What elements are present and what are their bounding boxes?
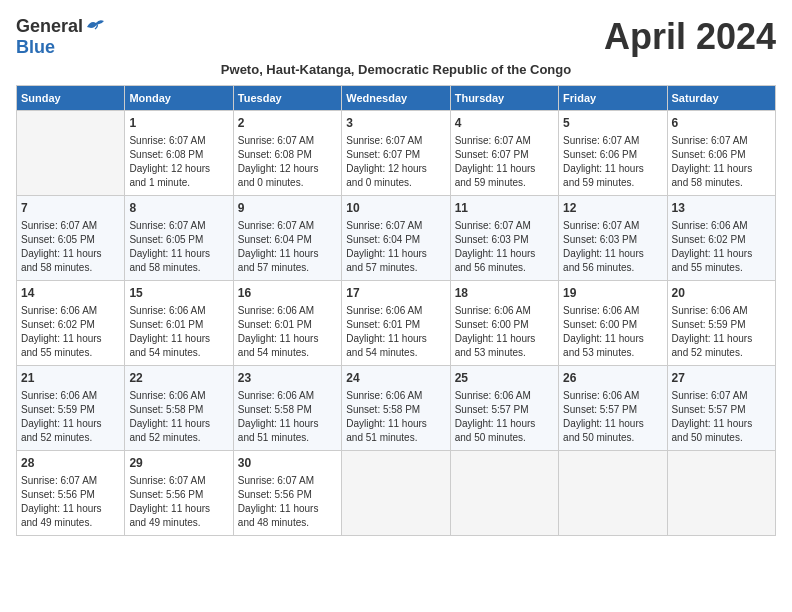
- sunrise-text: Sunrise: 6:07 AM: [129, 134, 228, 148]
- calendar-table: Sunday Monday Tuesday Wednesday Thursday…: [16, 85, 776, 536]
- sunrise-text: Sunrise: 6:07 AM: [129, 474, 228, 488]
- daylight-text: Daylight: 11 hours and 52 minutes.: [129, 417, 228, 445]
- calendar-cell: [450, 451, 558, 536]
- calendar-cell: 24Sunrise: 6:06 AMSunset: 5:58 PMDayligh…: [342, 366, 450, 451]
- calendar-cell: 2Sunrise: 6:07 AMSunset: 6:08 PMDaylight…: [233, 111, 341, 196]
- sunset-text: Sunset: 5:58 PM: [346, 403, 445, 417]
- calendar-cell: 5Sunrise: 6:07 AMSunset: 6:06 PMDaylight…: [559, 111, 667, 196]
- calendar-cell: 6Sunrise: 6:07 AMSunset: 6:06 PMDaylight…: [667, 111, 775, 196]
- daylight-text: Daylight: 11 hours and 52 minutes.: [672, 332, 771, 360]
- daylight-text: Daylight: 11 hours and 58 minutes.: [129, 247, 228, 275]
- sunset-text: Sunset: 6:03 PM: [563, 233, 662, 247]
- day-number: 24: [346, 370, 445, 387]
- daylight-text: Daylight: 11 hours and 56 minutes.: [563, 247, 662, 275]
- month-title: April 2024: [604, 16, 776, 58]
- day-number: 17: [346, 285, 445, 302]
- day-number: 21: [21, 370, 120, 387]
- daylight-text: Daylight: 11 hours and 54 minutes.: [346, 332, 445, 360]
- sunset-text: Sunset: 6:06 PM: [672, 148, 771, 162]
- calendar-cell: 16Sunrise: 6:06 AMSunset: 6:01 PMDayligh…: [233, 281, 341, 366]
- header-wednesday: Wednesday: [342, 86, 450, 111]
- sunrise-text: Sunrise: 6:07 AM: [455, 134, 554, 148]
- header-monday: Monday: [125, 86, 233, 111]
- calendar-cell: [559, 451, 667, 536]
- calendar-subtitle: Pweto, Haut-Katanga, Democratic Republic…: [16, 62, 776, 77]
- daylight-text: Daylight: 11 hours and 58 minutes.: [21, 247, 120, 275]
- daylight-text: Daylight: 11 hours and 49 minutes.: [21, 502, 120, 530]
- calendar-cell: 30Sunrise: 6:07 AMSunset: 5:56 PMDayligh…: [233, 451, 341, 536]
- calendar-cell: 15Sunrise: 6:06 AMSunset: 6:01 PMDayligh…: [125, 281, 233, 366]
- sunrise-text: Sunrise: 6:07 AM: [21, 474, 120, 488]
- sunrise-text: Sunrise: 6:07 AM: [238, 134, 337, 148]
- day-number: 3: [346, 115, 445, 132]
- day-number: 6: [672, 115, 771, 132]
- daylight-text: Daylight: 11 hours and 57 minutes.: [346, 247, 445, 275]
- daylight-text: Daylight: 11 hours and 55 minutes.: [672, 247, 771, 275]
- sunrise-text: Sunrise: 6:07 AM: [672, 134, 771, 148]
- sunset-text: Sunset: 5:57 PM: [563, 403, 662, 417]
- sunset-text: Sunset: 6:00 PM: [563, 318, 662, 332]
- day-number: 5: [563, 115, 662, 132]
- sunset-text: Sunset: 5:59 PM: [672, 318, 771, 332]
- sunset-text: Sunset: 6:05 PM: [21, 233, 120, 247]
- sunset-text: Sunset: 6:02 PM: [672, 233, 771, 247]
- daylight-text: Daylight: 11 hours and 54 minutes.: [238, 332, 337, 360]
- sunset-text: Sunset: 6:07 PM: [455, 148, 554, 162]
- sunset-text: Sunset: 5:57 PM: [672, 403, 771, 417]
- calendar-cell: 18Sunrise: 6:06 AMSunset: 6:00 PMDayligh…: [450, 281, 558, 366]
- calendar-cell: 9Sunrise: 6:07 AMSunset: 6:04 PMDaylight…: [233, 196, 341, 281]
- sunrise-text: Sunrise: 6:06 AM: [455, 304, 554, 318]
- sunrise-text: Sunrise: 6:06 AM: [672, 304, 771, 318]
- day-number: 30: [238, 455, 337, 472]
- calendar-cell: 27Sunrise: 6:07 AMSunset: 5:57 PMDayligh…: [667, 366, 775, 451]
- day-number: 13: [672, 200, 771, 217]
- logo-bird-icon: [85, 18, 107, 36]
- day-number: 19: [563, 285, 662, 302]
- sunset-text: Sunset: 6:07 PM: [346, 148, 445, 162]
- daylight-text: Daylight: 11 hours and 53 minutes.: [455, 332, 554, 360]
- sunrise-text: Sunrise: 6:07 AM: [346, 134, 445, 148]
- sunrise-text: Sunrise: 6:06 AM: [129, 389, 228, 403]
- calendar-cell: [17, 111, 125, 196]
- calendar-cell: 17Sunrise: 6:06 AMSunset: 6:01 PMDayligh…: [342, 281, 450, 366]
- sunrise-text: Sunrise: 6:06 AM: [672, 219, 771, 233]
- sunrise-text: Sunrise: 6:06 AM: [21, 389, 120, 403]
- sunrise-text: Sunrise: 6:07 AM: [346, 219, 445, 233]
- day-number: 15: [129, 285, 228, 302]
- sunset-text: Sunset: 5:59 PM: [21, 403, 120, 417]
- page-header: General Blue April 2024: [16, 16, 776, 58]
- day-number: 27: [672, 370, 771, 387]
- day-number: 22: [129, 370, 228, 387]
- week-row-2: 7Sunrise: 6:07 AMSunset: 6:05 PMDaylight…: [17, 196, 776, 281]
- day-number: 2: [238, 115, 337, 132]
- calendar-cell: 22Sunrise: 6:06 AMSunset: 5:58 PMDayligh…: [125, 366, 233, 451]
- sunrise-text: Sunrise: 6:06 AM: [563, 304, 662, 318]
- calendar-cell: 21Sunrise: 6:06 AMSunset: 5:59 PMDayligh…: [17, 366, 125, 451]
- daylight-text: Daylight: 11 hours and 53 minutes.: [563, 332, 662, 360]
- daylight-text: Daylight: 11 hours and 57 minutes.: [238, 247, 337, 275]
- day-number: 10: [346, 200, 445, 217]
- sunset-text: Sunset: 5:58 PM: [129, 403, 228, 417]
- calendar-cell: 13Sunrise: 6:06 AMSunset: 6:02 PMDayligh…: [667, 196, 775, 281]
- sunrise-text: Sunrise: 6:07 AM: [672, 389, 771, 403]
- daylight-text: Daylight: 12 hours and 0 minutes.: [238, 162, 337, 190]
- day-number: 16: [238, 285, 337, 302]
- daylight-text: Daylight: 12 hours and 1 minute.: [129, 162, 228, 190]
- calendar-cell: 29Sunrise: 6:07 AMSunset: 5:56 PMDayligh…: [125, 451, 233, 536]
- day-number: 14: [21, 285, 120, 302]
- day-number: 29: [129, 455, 228, 472]
- day-number: 28: [21, 455, 120, 472]
- day-number: 8: [129, 200, 228, 217]
- calendar-cell: 1Sunrise: 6:07 AMSunset: 6:08 PMDaylight…: [125, 111, 233, 196]
- day-number: 20: [672, 285, 771, 302]
- day-number: 25: [455, 370, 554, 387]
- sunset-text: Sunset: 6:01 PM: [238, 318, 337, 332]
- header-saturday: Saturday: [667, 86, 775, 111]
- sunset-text: Sunset: 6:02 PM: [21, 318, 120, 332]
- sunrise-text: Sunrise: 6:07 AM: [563, 134, 662, 148]
- calendar-cell: 7Sunrise: 6:07 AMSunset: 6:05 PMDaylight…: [17, 196, 125, 281]
- daylight-text: Daylight: 12 hours and 0 minutes.: [346, 162, 445, 190]
- header-thursday: Thursday: [450, 86, 558, 111]
- calendar-cell: 19Sunrise: 6:06 AMSunset: 6:00 PMDayligh…: [559, 281, 667, 366]
- logo-general-text: General: [16, 16, 83, 37]
